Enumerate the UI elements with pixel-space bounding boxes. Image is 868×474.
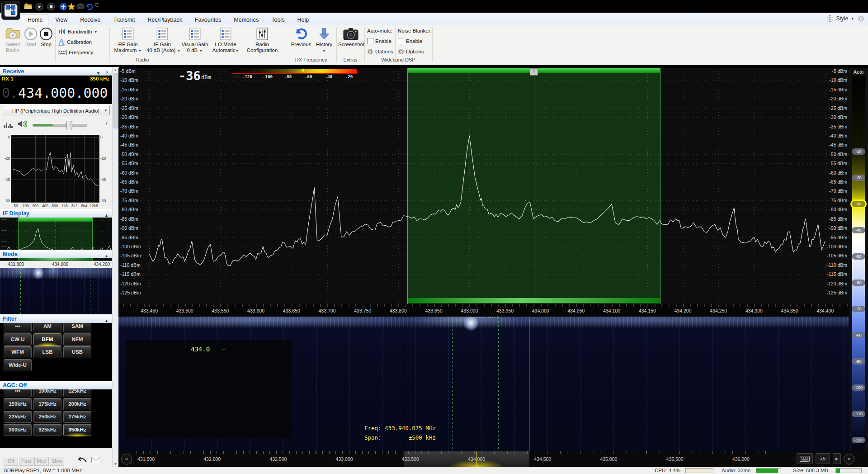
main-spectrum[interactable]: 1 -36 dBm -5 dBm-5 dBm-10 dBm-10 dBm-15 … bbox=[118, 68, 849, 304]
filter-button-275khz[interactable]: 275kHz bbox=[63, 411, 91, 423]
audio-y-label: 0 bbox=[1, 135, 10, 139]
calibration-button[interactable]: Calibration bbox=[58, 38, 92, 47]
application-menu-button[interactable] bbox=[1, 1, 20, 20]
noise-blanker-enable-checkbox[interactable]: Enable bbox=[398, 37, 422, 46]
tab-memories[interactable]: Memories bbox=[228, 14, 264, 25]
zoom-level-button[interactable]: x5 bbox=[816, 453, 830, 464]
previous-frequency-button[interactable]: Previous bbox=[289, 26, 313, 56]
spectrum-db-label-right: -20 dBm bbox=[829, 96, 847, 101]
filter-button-300khz[interactable]: 300kHz bbox=[4, 424, 32, 436]
waterfall-mini-scrollbar[interactable] bbox=[470, 317, 498, 318]
tab-view[interactable]: View bbox=[49, 14, 73, 25]
main-waterfall[interactable]: 434.0– Freq:433.940.075 MHz Span:±500 kH… bbox=[118, 317, 849, 451]
radio-configuration-button[interactable]: Radio Configuration bbox=[242, 26, 282, 56]
frequency-tooltip: Freq:433.940.075 MHz Span:±500 kHz bbox=[364, 423, 436, 442]
lo-mode-button[interactable]: LO Mode Automatic▼ bbox=[210, 26, 241, 56]
spectrum-db-label-right: -65 dBm bbox=[829, 179, 847, 185]
add-icon[interactable] bbox=[59, 3, 67, 11]
filter-button-200khz[interactable]: 200kHz bbox=[63, 398, 91, 410]
camera-icon[interactable] bbox=[76, 3, 85, 11]
scale-scroll-right-button[interactable]: » bbox=[844, 454, 854, 465]
mode-button-usb[interactable]: USB bbox=[63, 346, 91, 358]
favourite-star-icon[interactable] bbox=[67, 3, 75, 11]
screenshot-button[interactable]: Screenshot bbox=[338, 26, 363, 56]
spectrum-db-label-left: -10 dBm bbox=[120, 77, 138, 83]
agc-button-off[interactable]: Off bbox=[4, 457, 18, 466]
tab-favourites[interactable]: Favourites bbox=[189, 14, 227, 25]
agc-button-fast[interactable]: Fast bbox=[19, 457, 33, 466]
play-icon[interactable] bbox=[35, 3, 43, 11]
tab-transmit[interactable]: Transmit bbox=[107, 14, 141, 25]
tab-help[interactable]: Help bbox=[291, 14, 315, 25]
receive-panel-scrollbar[interactable]: ▲ ▼ bbox=[112, 67, 119, 467]
frequency-button[interactable]: Frequency bbox=[58, 48, 93, 57]
volume-slider-handle[interactable] bbox=[66, 121, 72, 130]
stop-button[interactable]: Stop bbox=[39, 26, 53, 56]
stop-icon[interactable] bbox=[47, 3, 55, 11]
if-gain-button[interactable]: IF Gain -40 dB (Auto) ▼ bbox=[145, 26, 180, 56]
palette-auto-label[interactable]: Auto bbox=[849, 69, 868, 75]
bandwidth-button[interactable]: Bandwidth▼ bbox=[58, 27, 98, 36]
agc-envelope-icon[interactable] bbox=[91, 457, 100, 463]
audio-device-dropdown[interactable]: HP (Périphérique High Definition Audio) … bbox=[2, 106, 110, 115]
visual-gain-button[interactable]: Visual Gain 0 dB ▼ bbox=[181, 26, 209, 56]
speaker-icon[interactable] bbox=[17, 120, 27, 128]
if-grid-row bbox=[8, 242, 111, 242]
mode-button-nfm[interactable]: NFM bbox=[63, 333, 91, 346]
filter-collapse-icon[interactable]: ▲ bbox=[104, 317, 108, 325]
auto-mute-options-button[interactable]: Options bbox=[367, 47, 393, 56]
mode-button-cw-u[interactable]: CW-U bbox=[4, 333, 32, 346]
scroll-up-icon[interactable]: ▲ bbox=[114, 68, 117, 71]
toolbar-more-chevron-icon[interactable] bbox=[94, 3, 99, 11]
mode-button-wide-u[interactable]: Wide-U bbox=[4, 359, 32, 371]
open-folder-icon[interactable] bbox=[24, 3, 32, 11]
filter-button-325khz[interactable]: 325kHz bbox=[33, 424, 61, 436]
waterfall-palette-bar[interactable]: Auto -10-20-30-40-50-60-70-80-90-100-110… bbox=[849, 68, 868, 451]
spectrum-freq-label: 434.300 bbox=[741, 308, 767, 313]
tab-receive[interactable]: Receive bbox=[74, 14, 106, 25]
volume-slider[interactable] bbox=[33, 124, 87, 127]
tab-rec-playback[interactable]: Rec/Playback bbox=[142, 14, 188, 25]
tab-home[interactable]: Home bbox=[22, 14, 48, 25]
auto-mute-enable-checkbox[interactable]: Enable bbox=[367, 37, 392, 46]
spectrum-freq-label: 434.350 bbox=[777, 308, 802, 313]
filter-button-175khz[interactable]: 175kHz bbox=[33, 398, 61, 410]
filter-button-225khz[interactable]: 225kHz bbox=[4, 411, 32, 423]
undo-icon[interactable] bbox=[85, 3, 93, 11]
style-menu[interactable]: Style bbox=[836, 15, 848, 22]
mode-button-bfm[interactable]: BFM bbox=[33, 333, 61, 346]
mode-button-wfm[interactable]: WFM bbox=[4, 346, 32, 358]
scale-step-right-button[interactable]: ▸ bbox=[833, 453, 841, 464]
agc-back-arrow-icon[interactable] bbox=[77, 457, 87, 463]
rx-marker-badge[interactable]: 1 bbox=[530, 68, 538, 76]
scrollbar-thumb[interactable] bbox=[113, 73, 118, 128]
scroll-down-icon[interactable]: ▼ bbox=[114, 462, 117, 465]
rx-bandwidth-value: 350 kHz bbox=[90, 76, 109, 82]
history-button[interactable]: History ▼ bbox=[314, 26, 335, 56]
collapse-ribbon-icon[interactable] bbox=[827, 14, 833, 23]
start-button[interactable]: Start bbox=[24, 26, 38, 56]
agc-button-med[interactable]: Med bbox=[34, 457, 49, 466]
noise-blanker-options-button[interactable]: Options bbox=[398, 47, 424, 56]
if-gain-caret-icon: ▼ bbox=[177, 49, 181, 53]
filter-button-350khz[interactable]: 350kHz bbox=[63, 424, 91, 436]
if-waterfall[interactable] bbox=[0, 268, 112, 317]
filter-button-250khz[interactable]: 250kHz bbox=[33, 411, 61, 423]
mode-collapse-icon[interactable]: ▲ bbox=[104, 252, 108, 261]
frequency-display[interactable]: 0. 434.000.000 bbox=[0, 82, 112, 104]
select-radio-button[interactable]: Select Radio bbox=[3, 26, 23, 56]
spectrum-frequency-scale[interactable]: 433.450433.500433.550433.600433.650433.7… bbox=[118, 304, 849, 317]
waterfall-frequency-scale[interactable]: « x5 ▸ » 431.500432.000432.500433.000433… bbox=[118, 451, 868, 467]
rf-gain-button[interactable]: RF Gain Maximum ▼ bbox=[112, 26, 144, 56]
audio-levels-icon[interactable] bbox=[4, 120, 13, 128]
filter-panel: •••100kHz125kHz150kHz175kHz200kHz225kHz2… bbox=[0, 381, 112, 448]
auto-mute-enable-label: Enable bbox=[375, 38, 392, 44]
help-gear-icon[interactable] bbox=[857, 15, 864, 22]
agc-button-slow[interactable]: Slow bbox=[50, 457, 64, 466]
tab-tools[interactable]: Tools bbox=[265, 14, 290, 25]
scale-scroll-left-button[interactable]: « bbox=[121, 454, 132, 465]
spectrum-db-gridline bbox=[118, 108, 849, 109]
mode-button-lsb[interactable]: LSB bbox=[33, 346, 61, 358]
filter-button-150khz[interactable]: 150kHz bbox=[4, 398, 32, 410]
keyboard-entry-button[interactable] bbox=[797, 453, 813, 464]
